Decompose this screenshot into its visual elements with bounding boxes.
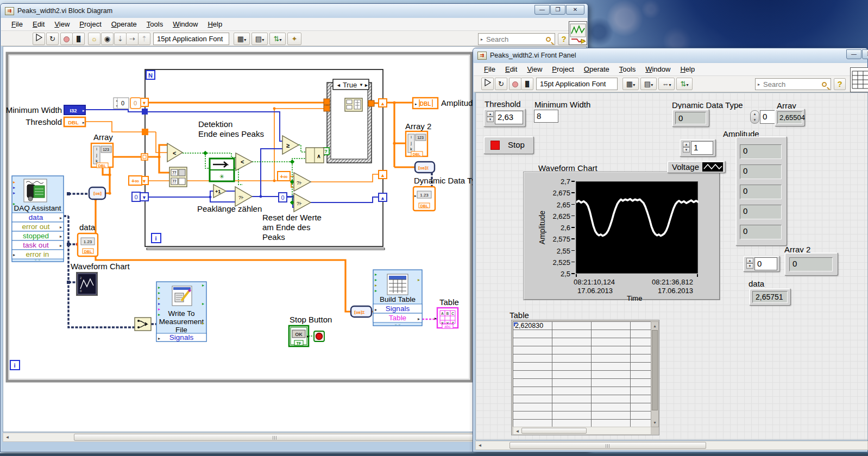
- table-cell[interactable]: [592, 395, 631, 403]
- menu-tools[interactable]: Tools: [142, 18, 168, 30]
- loop-condition-terminal[interactable]: [314, 331, 324, 341]
- convert-to-dynamic-node2[interactable]: ⟦ᴅʙ⟧Σ: [351, 306, 372, 317]
- write-to-measurement-file-node[interactable]: Write To Measurement File Signals ▸ ▸▸▸▸…: [156, 282, 206, 341]
- table-cell[interactable]: [631, 363, 651, 371]
- table-cell[interactable]: [592, 338, 631, 346]
- build-array-node[interactable]: [345, 98, 362, 111]
- table-cell[interactable]: [552, 354, 592, 363]
- ddt-indicator-terminal[interactable]: 1.23 ▸ DBL: [413, 187, 435, 211]
- table-cell[interactable]: [513, 363, 552, 371]
- step-into-icon[interactable]: ⇣: [114, 33, 127, 45]
- close-button[interactable]: ✕: [566, 5, 584, 15]
- pause-button[interactable]: ▐▌: [521, 78, 533, 90]
- table-cell[interactable]: [552, 322, 592, 330]
- reorder-dropdown[interactable]: ⇅▾: [676, 78, 693, 90]
- table-cell[interactable]: [631, 379, 651, 387]
- table-row[interactable]: [513, 395, 651, 403]
- fp-titlebar[interactable]: ⇉ Peaks_width2.vi Front Panel: [473, 48, 867, 62]
- table-cell[interactable]: [513, 379, 552, 387]
- table-cell[interactable]: [631, 411, 651, 420]
- table-cell[interactable]: [631, 346, 651, 354]
- table-cell[interactable]: [552, 411, 592, 420]
- table-cell[interactable]: [513, 420, 552, 427]
- array2-index-spinner[interactable]: ▲▼: [746, 258, 753, 269]
- menu-view[interactable]: View: [49, 18, 74, 30]
- clean-up-diagram-icon[interactable]: ✦: [287, 33, 301, 45]
- table-cell[interactable]: 2,620830: [513, 322, 552, 330]
- array-index-spinner[interactable]: ▲ ▼: [750, 110, 759, 124]
- table-cell[interactable]: [592, 379, 631, 387]
- run-continuously-button[interactable]: ↻: [495, 78, 507, 90]
- fp-hscrollbar[interactable]: ◄: [475, 441, 868, 450]
- align-objects-dropdown[interactable]: ▦▾: [622, 78, 639, 90]
- table-cell[interactable]: [552, 395, 592, 403]
- table-row[interactable]: [513, 387, 651, 395]
- reorder-dropdown[interactable]: ⇅▾: [269, 33, 286, 45]
- stop-button-terminal[interactable]: OK TF ▸: [289, 326, 309, 346]
- table-cell[interactable]: [513, 403, 552, 411]
- distribute-objects-dropdown[interactable]: ▤▾: [251, 33, 268, 45]
- minimum-width-terminal[interactable]: I32 ▸: [64, 105, 85, 115]
- search-input[interactable]: ▸Search: [478, 33, 555, 45]
- retain-wire-values-icon[interactable]: ◉: [101, 33, 114, 45]
- table-cell[interactable]: [631, 330, 651, 338]
- table-cell[interactable]: [513, 411, 552, 420]
- table-cell[interactable]: [552, 403, 592, 411]
- table-row[interactable]: [513, 330, 651, 338]
- feedback-node[interactable]: ✳: [210, 159, 234, 181]
- table-row[interactable]: [513, 346, 651, 354]
- threshold-terminal[interactable]: DBL ▸: [64, 117, 85, 126]
- table-cell[interactable]: [513, 395, 552, 403]
- table-indicator-terminal[interactable]: A B C X Y Z abc ▸: [435, 308, 458, 328]
- minimize-button[interactable]: —: [846, 49, 861, 59]
- threshold-spinner[interactable]: ▲▼: [487, 111, 494, 122]
- menu-view[interactable]: View: [522, 64, 547, 75]
- menu-window[interactable]: Window: [640, 64, 675, 75]
- table-cell[interactable]: [552, 420, 592, 427]
- table-cell[interactable]: [631, 403, 651, 411]
- constants[interactable]: ▲▼ 0 0 +∞ 0 +∞ 0: [114, 98, 290, 202]
- table-cell[interactable]: [631, 371, 651, 379]
- case-structure[interactable]: ◄ True ▼ ► ?: [323, 79, 374, 163]
- menu-operate[interactable]: Operate: [579, 64, 614, 75]
- abort-button[interactable]: [509, 78, 521, 90]
- convert-from-dynamic-node[interactable]: ⟦ᴅʙ⟧: [89, 187, 105, 199]
- table-cell[interactable]: [631, 322, 651, 330]
- table-cell[interactable]: [513, 387, 552, 395]
- minimum-width-input[interactable]: 8: [534, 110, 558, 123]
- merge-signals-node[interactable]: [135, 318, 151, 331]
- table-grid[interactable]: 2,620830: [513, 321, 651, 427]
- context-help-button[interactable]: ?: [558, 33, 570, 45]
- table-cell[interactable]: [631, 387, 651, 395]
- vi-icon-pane[interactable]: [569, 21, 587, 45]
- table-row[interactable]: [513, 379, 651, 387]
- table-row[interactable]: [513, 411, 651, 420]
- run-continuously-button[interactable]: ↻: [46, 33, 59, 45]
- table-cell[interactable]: [513, 371, 552, 379]
- table-cell[interactable]: [552, 330, 592, 338]
- daq-assistant-node[interactable]: DAQ Assistant data ▸ error out ▸ stopped…: [12, 176, 64, 262]
- abort-button[interactable]: [60, 33, 73, 45]
- build-table-node[interactable]: Build Table Signals ▸ Table ▸ ⌄⌄ ▸▸▸▸ ▸: [373, 270, 422, 326]
- table-row[interactable]: [513, 403, 651, 411]
- table-cell[interactable]: [631, 395, 651, 403]
- table-row[interactable]: [513, 354, 651, 363]
- table-cell[interactable]: [592, 411, 631, 420]
- menu-window[interactable]: Window: [168, 18, 203, 30]
- table-cell[interactable]: [592, 403, 631, 411]
- step-out-icon[interactable]: ⇡: [138, 33, 150, 45]
- table-cell[interactable]: [592, 363, 631, 371]
- data-indicator-terminal[interactable]: 1.23 DBL: [78, 233, 98, 256]
- minimize-button[interactable]: —: [534, 5, 550, 15]
- table-cell[interactable]: [592, 322, 631, 330]
- array-index-input[interactable]: 0: [760, 110, 775, 124]
- table-cell[interactable]: [552, 371, 592, 379]
- table-vscrollbar[interactable]: ▴ ▾: [651, 321, 659, 427]
- resize-objects-dropdown[interactable]: ⇔▾: [658, 78, 675, 90]
- table-cell[interactable]: [552, 387, 592, 395]
- maximize-button[interactable]: ❐: [862, 49, 868, 59]
- threshold-input[interactable]: 2,63: [495, 111, 523, 124]
- table-cell[interactable]: [513, 354, 552, 363]
- menu-help[interactable]: Help: [203, 18, 227, 30]
- distribute-objects-dropdown[interactable]: ▤▾: [640, 78, 657, 90]
